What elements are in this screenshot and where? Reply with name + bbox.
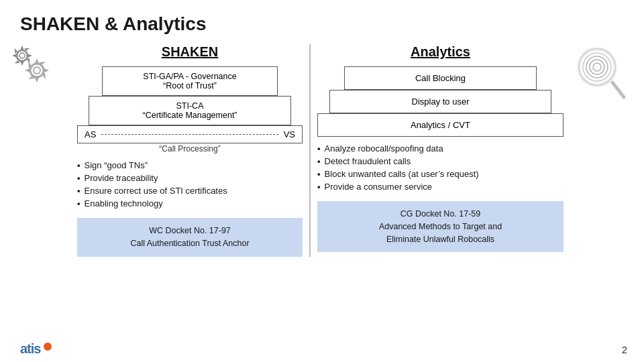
analytics-docket-line1: CG Docket No. 17-59 (327, 208, 554, 221)
analytics-heading: Analytics (317, 44, 564, 60)
shaken-bullet-2: Provide traceability (77, 172, 303, 184)
shaken-box1-line2: “Root of Trust” (112, 81, 268, 90)
analytics-cvt-box: Analytics / CVT (317, 113, 564, 137)
analytics-boxes: Call Blocking Display to user Analytics … (317, 66, 564, 137)
shaken-docket-box: WC Docket No. 17-97 Call Authentication … (77, 218, 303, 257)
analytics-bullet-4: Provide a consumer service (317, 180, 564, 193)
page-number: 2 (622, 344, 627, 355)
shaken-heading: SHAKEN (77, 44, 303, 60)
slide-title: SHAKEN & Analytics (20, 13, 624, 35)
shaken-docket-line2: Call Authentication Trust Anchor (87, 237, 293, 250)
atis-text: atis (20, 341, 40, 357)
analytics-display-user-box: Display to user (329, 90, 551, 113)
shaken-root-trust-box: STI-GA/PA - Governance “Root of Trust” (102, 66, 278, 96)
svg-marker-14 (12, 54, 16, 58)
analytics-bullet-3: Block unwanted calls (at user’s request) (317, 168, 564, 180)
shaken-box2-line1: STI-CA (99, 101, 281, 111)
content-area: SHAKEN STI-GA/PA - Governance “Root of T… (20, 44, 624, 257)
shaken-column: SHAKEN STI-GA/PA - Governance “Root of T… (20, 44, 309, 257)
atis-logo: atis (20, 341, 52, 357)
analytics-docket-box: CG Docket No. 17-59 Advanced Methods to … (317, 201, 564, 252)
shaken-vs-label: VS (284, 129, 295, 139)
shaken-boxes: STI-GA/PA - Governance “Root of Trust” S… (77, 66, 303, 154)
analytics-box3-label: Analytics / CVT (411, 120, 470, 130)
analytics-docket-line2: Advanced Methods to Target and (327, 221, 554, 233)
shaken-box1-line1: STI-GA/PA - Governance (112, 72, 268, 81)
analytics-box1-label: Call Blocking (415, 73, 466, 83)
shaken-call-processing-box: AS VS (77, 125, 303, 143)
analytics-column: Analytics Call Blocking Display to user … (311, 44, 624, 257)
analytics-box2-label: Display to user (412, 97, 470, 107)
analytics-bullet-1: Analyze robocall/spoofing data (317, 142, 564, 155)
shaken-call-processing-label: “Call Processing” (159, 144, 220, 154)
shaken-bullet-1: Sign “good TNs” (77, 159, 303, 172)
slide: SHAKEN & Analytics SHAKEN STI-GA/PA - Go… (0, 0, 644, 362)
shaken-bullet-3: Ensure correct use of STI certificates (77, 184, 303, 197)
analytics-bullet-2: Detect fraudulent calls (317, 155, 564, 168)
shaken-as-label: AS (85, 129, 96, 139)
shaken-docket-line1: WC Docket No. 17-97 (87, 225, 293, 237)
analytics-docket-line3: Eliminate Unlawful Robocalls (327, 233, 554, 246)
atis-dot-icon (44, 343, 52, 351)
shaken-bullet-4: Enabling technology (77, 197, 303, 210)
analytics-bullets: Analyze robocall/spoofing data Detect fr… (317, 142, 564, 193)
shaken-box2-line2: “Certificate Management” (99, 111, 281, 120)
shaken-bullets: Sign “good TNs” Provide traceability Ens… (77, 159, 303, 210)
analytics-call-blocking-box: Call Blocking (344, 66, 536, 90)
shaken-cert-mgmt-box: STI-CA “Certificate Management” (89, 96, 291, 125)
